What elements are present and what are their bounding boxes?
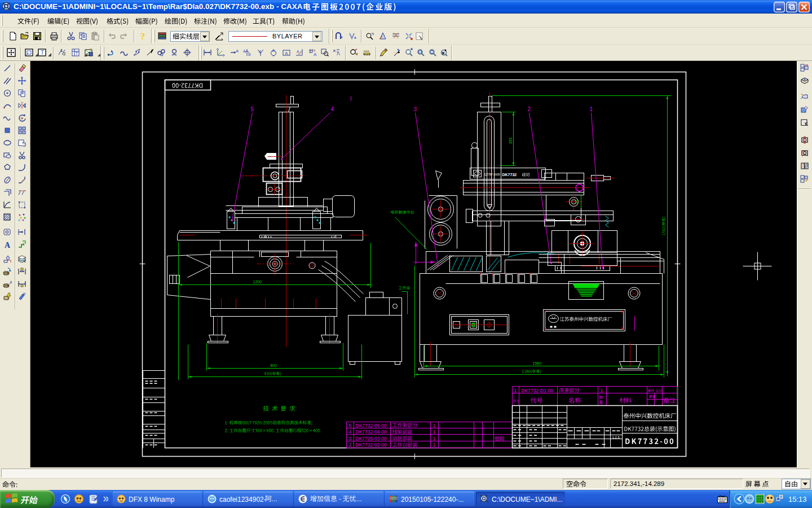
svg-text:3: 3	[349, 436, 352, 441]
svg-text:CHM: CHM	[3, 284, 9, 287]
svg-text:A: A	[272, 48, 275, 53]
svg-text:A: A	[10, 280, 12, 285]
svg-text:85: 85	[575, 199, 579, 203]
svg-text:DK7732-D1-00: DK7732-D1-00	[522, 388, 554, 393]
svg-text:A: A	[243, 49, 246, 53]
svg-text:DK7725-03-00: DK7725-03-00	[356, 436, 387, 441]
svg-text:DK7732-04-00: DK7732-04-00	[356, 429, 387, 435]
svg-text:QZ787-2009: QZ787-2009	[484, 173, 500, 176]
svg-text:A: A	[297, 50, 299, 54]
svg-text:2: 2	[349, 442, 352, 448]
svg-text:1: 1	[433, 442, 436, 448]
svg-text:A: A	[236, 49, 239, 54]
svg-text:2: 2	[528, 106, 531, 112]
svg-text:4: 4	[349, 429, 352, 435]
svg-text:A: A	[314, 52, 317, 57]
svg-text:1: 1	[433, 436, 436, 441]
svg-text:DK7732-02-00: DK7732-02-00	[356, 442, 387, 448]
svg-text:?: ?	[140, 32, 145, 41]
svg-text:B: B	[248, 52, 251, 56]
svg-text:1:2.5: 1:2.5	[612, 436, 620, 439]
svg-text:1: 1	[590, 106, 593, 112]
svg-text:1: 1	[514, 388, 517, 393]
svg-text:A: A	[285, 51, 288, 56]
svg-text:1: 1	[433, 429, 436, 435]
svg-text:4: 4	[331, 106, 334, 112]
svg-text:DK7732: DK7732	[502, 173, 517, 177]
svg-text:1200: 1200	[253, 280, 262, 284]
svg-text:800: 800	[271, 364, 277, 367]
svg-text:1: 1	[433, 423, 436, 428]
svg-text:5: 5	[251, 106, 254, 112]
svg-text:5: 5	[349, 423, 352, 428]
svg-text:1560: 1560	[533, 361, 542, 365]
svg-text:CHM: CHM	[3, 271, 9, 275]
svg-text:DK7732-05-00: DK7732-05-00	[356, 423, 387, 428]
svg-text:1: 1	[601, 388, 603, 393]
svg-text:355: 355	[509, 138, 513, 144]
svg-text:3: 3	[414, 106, 417, 112]
svg-text:A: A	[5, 241, 11, 249]
svg-text:A: A	[259, 50, 262, 54]
